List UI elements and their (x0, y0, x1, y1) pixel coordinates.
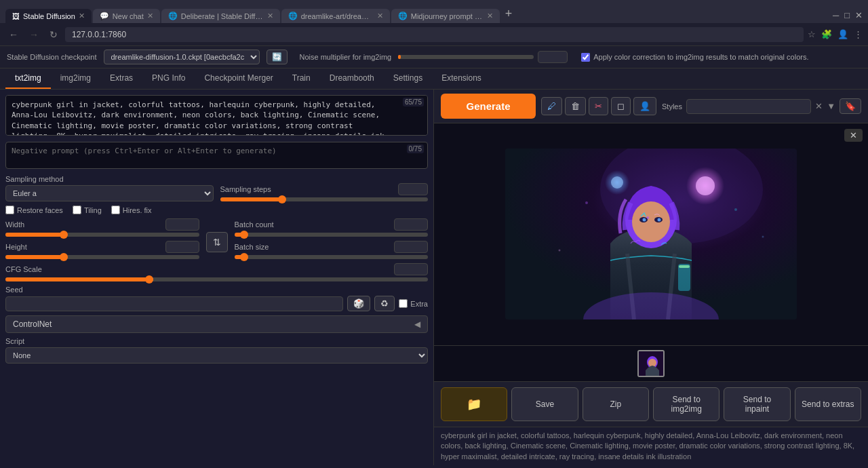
extra-seed-label[interactable]: Extra (399, 299, 428, 308)
send-to-inpaint-button[interactable]: Send to inpaint (724, 387, 790, 421)
close-button[interactable]: ✕ (855, 10, 863, 20)
batch-size-thumb[interactable] (240, 253, 248, 261)
restore-faces-label[interactable]: Restore faces (5, 206, 63, 214)
refresh-checkpoint-button[interactable]: 🔄 (267, 50, 288, 64)
sampling-method-wrap: Sampling method Euler a (5, 175, 214, 201)
browser-window-controls: ─ □ ✕ (833, 10, 863, 23)
steps-label: Sampling steps (220, 185, 271, 193)
noise-track[interactable] (398, 55, 534, 59)
cfg-thumb[interactable] (145, 275, 153, 284)
folder-button[interactable]: 📁 (441, 387, 507, 421)
height-value-input[interactable]: 512 (165, 241, 199, 253)
height-thumb[interactable] (60, 253, 68, 261)
wh-wrap: Width 512 Height 512 (5, 218, 199, 259)
tab-new-chat[interactable]: 💬 New chat ✕ (93, 9, 160, 23)
height-track[interactable] (5, 255, 199, 259)
browser-toolbar-icons: ☆ 🧩 👤 ⋮ (808, 29, 863, 39)
account-icon[interactable]: 👤 (837, 29, 848, 39)
controlnet-bar[interactable]: ControlNet ◀ (5, 315, 428, 333)
tab-close-icon[interactable]: ✕ (79, 12, 85, 20)
tab-close-4[interactable]: ✕ (377, 12, 383, 20)
tab-label: Stable Diffusion (23, 12, 75, 20)
tool-btn-3[interactable]: ✂ (589, 97, 608, 115)
styles-wrap: Styles ✕ ▼ 🔖 (662, 98, 861, 114)
bookmark-icon[interactable]: ☆ (808, 29, 816, 39)
close-image-button[interactable]: ✕ (844, 129, 863, 142)
save-button[interactable]: Save (511, 387, 578, 421)
address-input[interactable] (65, 27, 804, 42)
minimize-button[interactable]: ─ (833, 10, 839, 20)
steps-track[interactable] (220, 197, 429, 201)
tiling-label[interactable]: Tiling (73, 206, 102, 214)
tab-txt2img[interactable]: txt2img (5, 69, 51, 89)
tool-btn-5[interactable]: 👤 (633, 97, 656, 115)
checkpoint-select[interactable]: dreamlike-diffusion-1.0.ckpt [0aecbcfa2c… (104, 50, 260, 64)
thumbnail-item[interactable] (637, 350, 665, 377)
tab-stable-diffusion[interactable]: 🖼 Stable Diffusion ✕ (5, 9, 92, 23)
width-thumb[interactable] (60, 231, 68, 239)
batch-count-input[interactable]: 1 (394, 218, 428, 231)
style-clear-btn[interactable]: ✕ (815, 101, 823, 111)
tool-btn-1[interactable]: 🖊 (541, 97, 562, 115)
generate-button[interactable]: Generate (441, 94, 536, 119)
forward-button[interactable]: → (26, 28, 42, 41)
extension-icon[interactable]: 🧩 (821, 29, 832, 39)
tab-settings[interactable]: Settings (384, 69, 432, 89)
left-panel: 65/75 0/75 Sampling method Euler a Sampl… (0, 90, 434, 465)
seed-wrap: Seed -1 🎲 ♻ Extra (5, 286, 428, 311)
noise-value-input[interactable]: 0 (538, 51, 568, 63)
new-tab-button[interactable]: + (501, 7, 517, 21)
tab-dreamlike[interactable]: 🌐 dreamlike-art/dreamlike-diffusio... ✕ (281, 9, 390, 23)
cyberpunk-image-svg (505, 149, 797, 319)
hires-fix-label[interactable]: Hires. fix (111, 206, 152, 214)
tab-dreambooth[interactable]: Dreambooth (320, 69, 384, 89)
tab-close-2[interactable]: ✕ (147, 12, 153, 20)
seed-input[interactable]: -1 (5, 296, 343, 311)
tab-img2img[interactable]: img2img (51, 69, 100, 89)
batch-count-track[interactable] (235, 233, 429, 237)
style-add-btn[interactable]: 🔖 (840, 98, 861, 114)
tool-btn-4[interactable]: ◻ (611, 97, 631, 115)
send-to-img2img-button[interactable]: Send to img2img (653, 387, 719, 421)
tab-midjourney[interactable]: 🌐 Midjourney prompt examples |... ✕ (391, 9, 500, 23)
width-value-input[interactable]: 512 (165, 218, 199, 231)
script-select[interactable]: None (5, 347, 428, 364)
tab-deliberate[interactable]: 🌐 Deliberate | Stable Diffusion Che... ✕ (161, 9, 280, 23)
tab-close-5[interactable]: ✕ (487, 12, 493, 20)
extra-seed-checkbox[interactable] (399, 299, 408, 308)
cfg-track[interactable] (5, 277, 428, 281)
tab-train[interactable]: Train (283, 69, 320, 89)
tab-extensions[interactable]: Extensions (432, 69, 491, 89)
seed-random-button[interactable]: 🎲 (347, 296, 370, 311)
send-to-extras-button[interactable]: Send to extras (795, 387, 861, 421)
tab-extras[interactable]: Extras (100, 69, 142, 89)
back-button[interactable]: ← (5, 28, 22, 41)
tab-checkpoint-merger[interactable]: Checkpoint Merger (195, 69, 282, 89)
tab-close-3[interactable]: ✕ (267, 12, 273, 20)
reload-button[interactable]: ↻ (46, 28, 61, 41)
swap-button[interactable]: ⇅ (206, 232, 228, 252)
restore-faces-checkbox[interactable] (5, 206, 14, 214)
cfg-value-input[interactable]: 7 (394, 263, 428, 275)
steps-value-input[interactable]: 20 (398, 183, 428, 195)
style-dropdown-btn[interactable]: ▼ (827, 101, 835, 111)
hires-fix-checkbox[interactable] (111, 206, 120, 214)
batch-count-thumb[interactable] (240, 231, 248, 239)
width-track[interactable] (5, 233, 199, 237)
tiling-checkbox[interactable] (73, 206, 81, 214)
zip-button[interactable]: Zip (583, 387, 649, 421)
steps-thumb[interactable] (278, 195, 286, 203)
color-correction-checkbox[interactable] (581, 53, 590, 62)
menu-icon[interactable]: ⋮ (854, 29, 863, 39)
tool-btn-2[interactable]: 🗑 (565, 97, 586, 115)
styles-select[interactable] (686, 99, 811, 114)
tab-png-info[interactable]: PNG Info (142, 69, 195, 89)
seed-recycle-button[interactable]: ♻ (374, 296, 395, 311)
height-wrap: Height 512 (5, 241, 199, 259)
sampling-method-select[interactable]: Euler a (5, 185, 214, 201)
batch-size-track[interactable] (235, 255, 429, 259)
batch-size-input[interactable]: 1 (394, 241, 428, 253)
prompt-input[interactable] (5, 95, 428, 136)
negative-prompt-input[interactable] (5, 142, 428, 169)
maximize-button[interactable]: □ (844, 10, 850, 20)
